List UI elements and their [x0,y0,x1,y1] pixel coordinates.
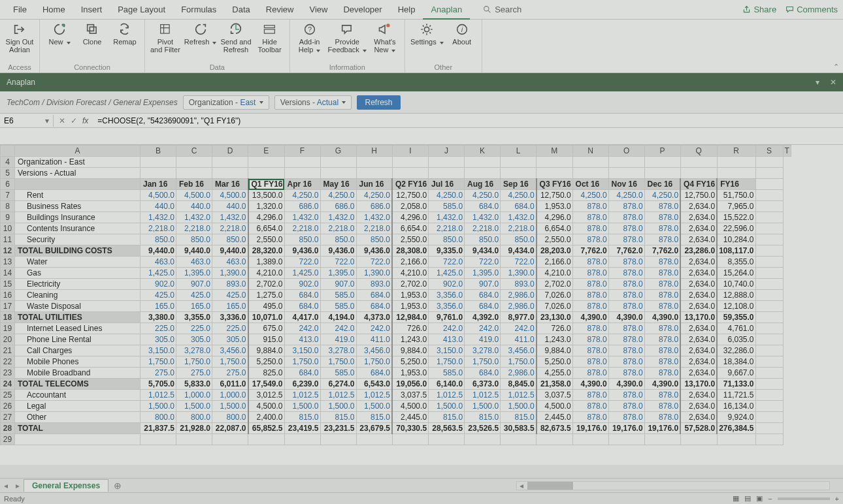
cell[interactable]: 878.0 [608,412,644,423]
view-pagelayout-icon[interactable]: ▤ [744,494,751,503]
cell[interactable]: 9,440.0 [176,245,212,257]
cell[interactable]: 9,924.0 [717,412,755,423]
cell[interactable]: 2,634.0 [680,290,717,301]
menu-tab-developer[interactable]: Developer [335,1,389,18]
cell[interactable]: 4,392.0 [465,312,501,323]
cell[interactable]: 1,500.0 [140,401,176,412]
addin-dropdown-icon[interactable]: ▾ [816,78,819,87]
cell[interactable]: 6,140.0 [429,379,465,390]
cell[interactable]: 6,239.0 [284,379,320,390]
cell[interactable]: 1,395.0 [176,268,212,279]
cell[interactable]: 9,440.0 [212,245,248,257]
accept-formula-icon[interactable]: ✓ [71,116,77,125]
cell[interactable]: 4,250.0 [320,190,356,201]
cell[interactable]: 2,634.0 [680,201,717,212]
cell[interactable]: 440.0 [212,201,248,212]
cell[interactable]: 878.0 [644,268,680,279]
cell[interactable]: 1,425.0 [429,268,465,279]
ribbon-remap-button[interactable]: Remap [110,21,139,46]
cell[interactable]: 1,750.0 [356,356,392,368]
cell[interactable]: 7,026.0 [537,301,573,312]
cell[interactable]: 23,130.0 [537,312,573,323]
cell[interactable]: 878.0 [572,345,608,356]
cell[interactable]: 2,634.0 [680,356,717,368]
cell[interactable]: 13,500.0 [248,190,285,201]
cell[interactable]: 1,390.0 [501,268,537,279]
cell[interactable]: 11,721.5 [717,390,755,401]
cell[interactable]: 1,500.0 [176,401,212,412]
column-period-header[interactable]: Jul 16 [429,179,465,190]
cell[interactable]: 878.0 [608,345,644,356]
zoom-slider[interactable] [778,497,830,500]
cell[interactable]: 4,500.0 [537,401,573,412]
row-label[interactable]: Waste Disposal [15,301,140,312]
column-period-header[interactable]: Sep 16 [501,179,537,190]
cell[interactable]: 1,012.5 [465,390,501,401]
cell[interactable]: 12,750.0 [537,190,573,201]
row-label[interactable]: TOTAL BUILDING COSTS [15,245,140,257]
cell[interactable]: 10,284.0 [717,234,755,245]
cell[interactable]: 13,170.0 [680,312,717,323]
cell[interactable]: 2,634.0 [680,257,717,268]
cell[interactable]: 878.0 [608,301,644,312]
cell[interactable]: 1,012.5 [429,390,465,401]
cell[interactable]: 1,012.5 [140,390,176,401]
cell[interactable]: 1,750.0 [501,356,537,368]
cell[interactable]: 3,456.0 [501,345,537,356]
cell[interactable]: 3,336.0 [212,312,248,323]
col-header[interactable]: G [320,146,356,157]
cell[interactable]: 4,417.0 [284,312,320,323]
cell[interactable]: 28,203.0 [537,245,573,257]
cell[interactable]: 1,425.0 [284,268,320,279]
cell[interactable]: 878.0 [572,334,608,345]
row-label[interactable]: Buildings Insurance [15,212,140,223]
cell[interactable]: 419.0 [320,334,356,345]
menu-tab-data[interactable]: Data [224,1,257,18]
cell[interactable]: 878.0 [608,201,644,212]
cancel-formula-icon[interactable]: ✕ [59,116,65,125]
column-period-header[interactable]: Dec 16 [644,179,680,190]
cell[interactable]: 815.0 [465,412,501,423]
cell[interactable]: 23,679.5 [356,423,392,434]
cell[interactable]: 2,218.0 [501,223,537,234]
cell[interactable]: 1,500.0 [320,401,356,412]
cell[interactable]: 2,986.0 [501,301,537,312]
cell[interactable]: 7,762.0 [572,245,608,257]
menu-tab-view[interactable]: View [301,1,335,18]
cell[interactable]: 726.0 [392,323,429,334]
menu-tab-file[interactable]: File [5,1,35,18]
cell[interactable]: 9,884.0 [537,345,573,356]
cell[interactable]: 4,390.0 [572,312,608,323]
cell[interactable]: 82,673.5 [537,423,573,434]
cell[interactable]: 4,296.0 [392,212,429,223]
cell[interactable]: 425.0 [212,290,248,301]
cell[interactable]: 12,984.0 [392,312,429,323]
column-period-header[interactable]: Q1 FY16 [248,179,285,190]
cell[interactable]: 1,243.0 [392,334,429,345]
cell[interactable]: 1,012.5 [320,390,356,401]
cell[interactable]: 3,278.0 [176,345,212,356]
col-header[interactable]: F [284,146,320,157]
cell[interactable]: 4,500.0 [392,401,429,412]
cell[interactable]: 4,390.0 [608,312,644,323]
cell[interactable]: 6,654.0 [248,223,285,234]
cell[interactable]: 722.0 [429,257,465,268]
cell[interactable]: 850.0 [465,234,501,245]
cell[interactable]: 1,500.0 [429,401,465,412]
cell[interactable]: 463.0 [212,257,248,268]
cell[interactable]: 878.0 [572,290,608,301]
cell[interactable]: 4,250.0 [356,190,392,201]
refresh-button[interactable]: Refresh [357,95,400,110]
cell[interactable]: 275.0 [176,368,212,379]
cell[interactable]: 878.0 [644,401,680,412]
cell[interactable]: 1,432.0 [140,212,176,223]
cell[interactable]: 2,634.0 [680,368,717,379]
cell[interactable]: 1,395.0 [465,268,501,279]
cell[interactable]: 1,390.0 [356,268,392,279]
cell[interactable]: 305.0 [176,334,212,345]
add-sheet-button[interactable]: ⊕ [108,480,127,491]
cell[interactable]: 28,320.0 [248,245,285,257]
cell[interactable]: 4,373.0 [356,312,392,323]
cell[interactable]: 585.0 [320,290,356,301]
cell[interactable]: 684.0 [284,290,320,301]
